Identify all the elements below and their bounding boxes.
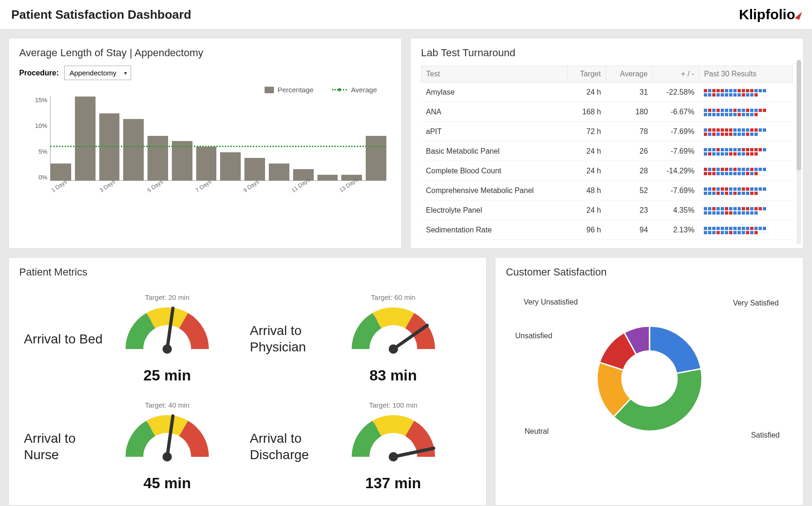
y-axis: 15%10%5%0% xyxy=(24,97,47,181)
brand-triangle-icon xyxy=(795,10,802,20)
cell-test: aPIT xyxy=(421,122,568,141)
brand-logo: Klipfolio xyxy=(739,7,801,22)
bars xyxy=(50,97,386,181)
gauge-value: 45 min xyxy=(116,475,219,492)
donut-wrap: Very Unsatisfied Very Satisfied Unsatisf… xyxy=(506,285,793,472)
card-title: Customer Satisfaction xyxy=(506,266,793,278)
table-row: Amylase 24 h 31 -22.58% xyxy=(421,82,793,102)
table-row: Comprehensive Metabolic Panel 48 h 52 -7… xyxy=(421,181,793,201)
donut-slice xyxy=(650,326,701,373)
cell-delta: 2.13% xyxy=(653,220,699,240)
cell-target: 24 h xyxy=(568,141,606,161)
page-title: Patient Satisfaction Dashboard xyxy=(11,7,191,22)
bar xyxy=(148,136,168,180)
chart-legend: Percentage Average xyxy=(19,86,377,94)
donut-chart xyxy=(584,313,715,444)
legend-average: Average xyxy=(332,86,377,94)
label-neutral: Neutral xyxy=(524,427,549,436)
cell-target: 24 h xyxy=(568,82,606,102)
cell-avg: 31 xyxy=(605,82,652,102)
gauge-icon xyxy=(116,410,219,471)
cell-spark xyxy=(699,141,793,161)
procedure-select[interactable]: Appendectomy xyxy=(64,66,131,80)
table-row: aPIT 72 h 78 -7.69% xyxy=(421,122,793,141)
cell-delta: -7.69% xyxy=(653,141,699,161)
col-spark: Past 30 Results xyxy=(699,66,793,82)
card-title: Lab Test Turnaround xyxy=(421,47,793,59)
cell-target: 24 h xyxy=(568,161,606,181)
gauge-label: Arrival to Nurse xyxy=(24,430,113,463)
gauge-target: Target: 40 min xyxy=(116,401,219,409)
cell-avg: 23 xyxy=(605,201,652,220)
procedure-row: Procedure: Appendectomy xyxy=(19,66,391,80)
gauge: Arrival to Physician Target: 60 min 83 m… xyxy=(250,293,472,384)
label-very-unsatisfied: Very Unsatisfied xyxy=(524,298,578,306)
gauges-grid: Arrival to Bed Target: 20 min 25 min Arr… xyxy=(19,285,476,497)
gauge-icon xyxy=(342,302,445,363)
cell-spark xyxy=(699,201,793,220)
cell-avg: 52 xyxy=(605,181,652,201)
cell-test: Basic Metabolic Panel xyxy=(421,141,568,161)
table-row: Complete Blood Count 24 h 28 -14.29% xyxy=(421,161,793,181)
cell-avg: 28 xyxy=(605,161,652,181)
procedure-label: Procedure: xyxy=(19,69,59,77)
cell-avg: 26 xyxy=(605,141,652,161)
dashboard-grid: Average Length of Stay | Appendectomy Pr… xyxy=(0,30,812,506)
cell-delta: -6.67% xyxy=(653,102,699,122)
col-average: Average xyxy=(605,66,652,82)
table-row: Basic Metabolic Panel 24 h 26 -7.69% xyxy=(421,141,793,161)
cell-spark xyxy=(699,82,793,102)
cell-delta: -7.69% xyxy=(653,181,699,201)
svg-point-4 xyxy=(389,344,398,354)
table-row: Sedimentation Rate 96 h 94 2.13% xyxy=(421,220,793,240)
label-unsatisfied: Unsatisfied xyxy=(515,332,552,340)
legend-square-icon xyxy=(265,87,274,93)
label-very-satisfied: Very Satisfied xyxy=(733,299,779,307)
cell-test: Electrolyte Panel xyxy=(421,201,568,220)
cell-target: 72 h xyxy=(568,122,606,141)
lab-table: Test Target Average + / - Past 30 Result… xyxy=(421,66,793,240)
gauge-icon xyxy=(342,410,445,471)
bar xyxy=(75,97,96,180)
svg-point-1 xyxy=(162,344,172,354)
cell-spark xyxy=(699,161,793,181)
row-two: Patient Metrics Arrival to Bed Target: 2… xyxy=(8,257,804,506)
cell-avg: 94 xyxy=(605,220,652,240)
table-scrollbar[interactable] xyxy=(797,60,801,245)
cell-target: 96 h xyxy=(568,220,606,240)
gauge-value: 83 min xyxy=(342,367,445,384)
gauge-value: 25 min xyxy=(116,367,219,384)
col-delta: + / - xyxy=(653,66,699,82)
svg-point-7 xyxy=(162,452,172,461)
cell-spark xyxy=(699,122,793,141)
cell-target: 48 h xyxy=(568,181,606,201)
label-satisfied: Satisfied xyxy=(751,431,780,439)
cell-spark xyxy=(699,102,793,122)
legend-line-icon xyxy=(332,89,347,90)
card-length-of-stay: Average Length of Stay | Appendectomy Pr… xyxy=(8,38,402,249)
bar xyxy=(366,136,386,180)
card-customer-satisfaction: Customer Satisfaction Very Unsatisfied V… xyxy=(495,257,804,506)
cell-test: ANA xyxy=(421,102,568,122)
gauge-label: Arrival to Bed xyxy=(24,331,113,347)
cell-target: 24 h xyxy=(568,201,606,220)
card-lab-turnaround: Lab Test Turnaround Test Target Average … xyxy=(410,38,804,249)
cell-delta: -7.69% xyxy=(653,122,699,141)
cell-spark xyxy=(699,181,793,201)
bar xyxy=(123,119,144,180)
x-axis: 1 Days3 Days5 Days7 Days9 Days11 Days13 … xyxy=(50,182,386,200)
cell-test: Comprehensive Metabolic Panel xyxy=(421,181,568,201)
cell-target: 168 h xyxy=(568,102,606,122)
cell-test: Sedimentation Rate xyxy=(421,220,568,240)
cell-spark xyxy=(699,220,793,240)
gauge-target: Target: 20 min xyxy=(116,293,219,301)
gauge: Arrival to Nurse Target: 40 min 45 min xyxy=(24,401,245,492)
svg-point-10 xyxy=(389,452,398,461)
col-test: Test xyxy=(421,66,568,82)
gauge-label: Arrival to Discharge xyxy=(250,430,339,463)
cell-delta: -14.29% xyxy=(653,161,699,181)
average-line xyxy=(50,146,386,147)
cell-avg: 78 xyxy=(605,122,652,141)
table-row: Electrolyte Panel 24 h 23 4.35% xyxy=(421,201,793,220)
bar-chart: 15%10%5%0% 1 Days3 Days5 Days7 Days9 Day… xyxy=(24,97,386,200)
